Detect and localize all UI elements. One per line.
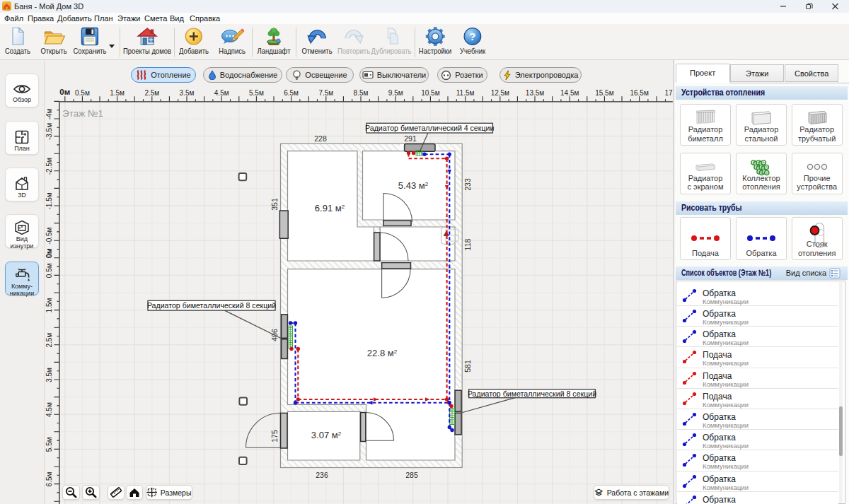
svg-text:5.5м: 5.5м (249, 89, 264, 97)
svg-text:2.5м: 2.5м (45, 333, 53, 348)
svg-text:1.5м: 1.5м (45, 298, 53, 312)
svg-text:Радиатор биметаллический 8 сек: Радиатор биметаллический 8 секций (468, 389, 596, 398)
svg-text:14.5м: 14.5м (560, 89, 579, 97)
svg-text:4.5м: 4.5м (45, 402, 53, 417)
svg-text:3.5м: 3.5м (45, 368, 53, 382)
svg-text:-1.5м: -1.5м (45, 192, 53, 209)
svg-text:581: 581 (463, 360, 472, 373)
svg-text:22.8 м2: 22.8 м2 (367, 348, 398, 358)
svg-text:16.5м: 16.5м (630, 89, 648, 97)
svg-text:10.5м: 10.5м (421, 89, 439, 97)
svg-text:351: 351 (270, 198, 279, 211)
svg-text:0м: 0м (45, 248, 53, 258)
svg-text:6.5м: 6.5м (284, 89, 299, 97)
svg-text:118: 118 (463, 238, 472, 250)
svg-text:-2.5м: -2.5м (45, 158, 53, 175)
svg-text:17: 17 (664, 89, 673, 97)
svg-text:5.43 м2: 5.43 м2 (398, 180, 429, 191)
svg-text:4.5м: 4.5м (214, 89, 229, 97)
svg-text:Радиатор биметаллический 4 сек: Радиатор биметаллический 4 секции (365, 124, 494, 132)
svg-text:291: 291 (404, 134, 417, 143)
svg-text:7.5м: 7.5м (318, 89, 333, 97)
svg-text:0м: 0м (59, 88, 70, 96)
svg-text:285: 285 (405, 471, 418, 479)
svg-text:3.5м: 3.5м (180, 89, 195, 97)
svg-text:5.5м: 5.5м (45, 437, 53, 452)
svg-text:9.5м: 9.5м (388, 89, 403, 97)
svg-text:11.5м: 11.5м (456, 89, 475, 97)
svg-text:2.5м: 2.5м (144, 89, 159, 97)
svg-text:12.5м: 12.5м (491, 89, 509, 97)
svg-text:13.5м: 13.5м (526, 89, 544, 97)
svg-text:-4м: -4м (45, 108, 53, 119)
svg-text:233: 233 (463, 178, 472, 191)
svg-text:6.91 м2: 6.91 м2 (315, 203, 345, 213)
svg-text:-0.5м: -0.5м (45, 227, 53, 244)
svg-text:Этаж №1: Этаж №1 (62, 108, 103, 119)
svg-text:0.5м: 0.5м (45, 263, 53, 278)
svg-text:?: ? (469, 30, 475, 42)
svg-text:15.5м: 15.5м (595, 89, 613, 97)
svg-text:175: 175 (270, 430, 279, 443)
svg-text:6.5м: 6.5м (45, 471, 53, 486)
svg-text:1.5м: 1.5м (110, 89, 125, 97)
svg-text:3.07 м2: 3.07 м2 (311, 430, 342, 440)
svg-text:-3.5м: -3.5м (45, 123, 53, 140)
svg-text:0.5м: 0.5м (75, 89, 90, 97)
svg-text:Радиатор биметаллический 8 сек: Радиатор биметаллический 8 секций (147, 301, 276, 310)
svg-text:228: 228 (314, 134, 327, 143)
svg-text:236: 236 (316, 471, 328, 479)
svg-text:8.5м: 8.5м (354, 89, 369, 97)
